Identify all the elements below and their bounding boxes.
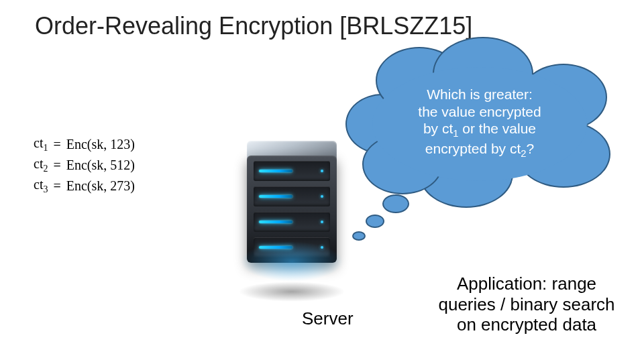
eq-lhs-sym: ct: [34, 135, 43, 150]
thought-tail-bubble: [366, 215, 384, 228]
application-line: queries / binary search: [429, 294, 624, 315]
server-graphic: [228, 141, 356, 288]
server-label: Server: [302, 308, 354, 329]
application-text: Application: range queries / binary sear…: [429, 274, 624, 335]
thought-tail-bubble: [352, 231, 366, 241]
eq-lhs-sub: 3: [43, 184, 48, 194]
eq-lhs-sub: 2: [43, 164, 48, 174]
eq-rhs: Enc(sk, 512): [66, 155, 140, 176]
thought-text: Which is greater: the value encrypted by…: [359, 86, 600, 160]
cloud-line: Which is greater:: [379, 86, 580, 103]
eq-equals: =: [53, 176, 66, 196]
equation-block: ct1 = Enc(sk, 123) ct2 = Enc(sk, 512) ct…: [34, 134, 140, 196]
cloud-line: the value encrypted: [379, 103, 580, 121]
eq-rhs: Enc(sk, 273): [66, 176, 140, 196]
thought-tail-bubble: [382, 194, 409, 213]
application-line: on encrypted data: [429, 314, 624, 335]
eq-equals: =: [53, 155, 66, 176]
eq-lhs-sym: ct: [34, 156, 43, 171]
application-line: Application: range: [429, 274, 624, 294]
server-icon: [235, 141, 349, 288]
equation-row: ct3 = Enc(sk, 273): [34, 176, 140, 196]
slide-title: Order-Revealing Encryption [BRLSZZ15]: [35, 12, 472, 40]
equation-row: ct1 = Enc(sk, 123): [34, 134, 140, 155]
equation-row: ct2 = Enc(sk, 512): [34, 155, 140, 176]
eq-equals: =: [53, 134, 66, 155]
eq-rhs: Enc(sk, 123): [66, 134, 140, 155]
eq-lhs-sym: ct: [34, 177, 43, 192]
cloud-line: by ct1 or the value: [379, 120, 580, 140]
cloud-line: encrypted by ct2?: [379, 140, 580, 160]
eq-lhs-sub: 1: [43, 143, 48, 153]
thought-bubble: Which is greater: the value encrypted by…: [359, 54, 600, 194]
